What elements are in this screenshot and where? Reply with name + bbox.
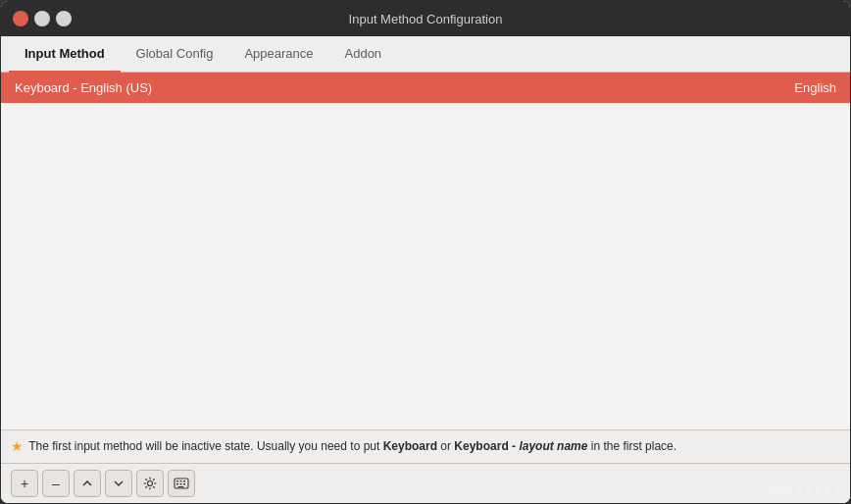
remove-button[interactable]: – (42, 470, 70, 497)
chevron-down-icon (114, 479, 124, 488)
list-item-lang: English (794, 80, 836, 95)
chevron-up-icon (82, 479, 92, 488)
close-button[interactable]: ✕ (13, 11, 28, 26)
keyboard-icon (174, 478, 189, 489)
settings-button[interactable] (136, 470, 164, 497)
add-button[interactable]: + (11, 470, 38, 497)
star-icon: ★ (11, 438, 24, 454)
maximize-button[interactable]: □ (56, 11, 72, 26)
move-up-button[interactable] (74, 470, 101, 497)
infobar-note: The first input method will be inactive … (28, 439, 676, 453)
svg-point-0 (148, 481, 153, 486)
svg-rect-5 (176, 483, 178, 485)
move-down-button[interactable] (105, 470, 132, 497)
svg-rect-8 (178, 486, 184, 487)
gear-icon (143, 477, 157, 490)
keyboard-button[interactable] (168, 470, 195, 497)
svg-rect-6 (180, 483, 182, 485)
svg-rect-4 (183, 480, 185, 482)
tab-appearance[interactable]: Appearance (228, 36, 328, 73)
minimize-button[interactable]: – (34, 11, 50, 26)
infobar: ★ The first input method will be inactiv… (1, 429, 850, 463)
list-item-name: Keyboard - English (US) (15, 80, 152, 95)
window-controls: ✕ – □ (13, 11, 288, 26)
tab-input-method[interactable]: Input Method (9, 36, 121, 73)
svg-rect-2 (176, 480, 178, 482)
toolbar: + – (1, 463, 850, 503)
tab-addon[interactable]: Addon (329, 36, 398, 73)
svg-rect-3 (180, 480, 182, 482)
main-window: ✕ – □ Input Method Configuration Input M… (0, 0, 851, 504)
content-area: Keyboard - English (US) English (1, 73, 850, 429)
svg-rect-7 (183, 483, 185, 485)
titlebar: ✕ – □ Input Method Configuration (1, 1, 850, 36)
window-title: Input Method Configuration (288, 12, 564, 26)
list-item[interactable]: Keyboard - English (US) English (1, 73, 850, 103)
tabbar: Input Method Global Config Appearance Ad… (1, 36, 850, 73)
tab-global-config[interactable]: Global Config (121, 36, 229, 73)
